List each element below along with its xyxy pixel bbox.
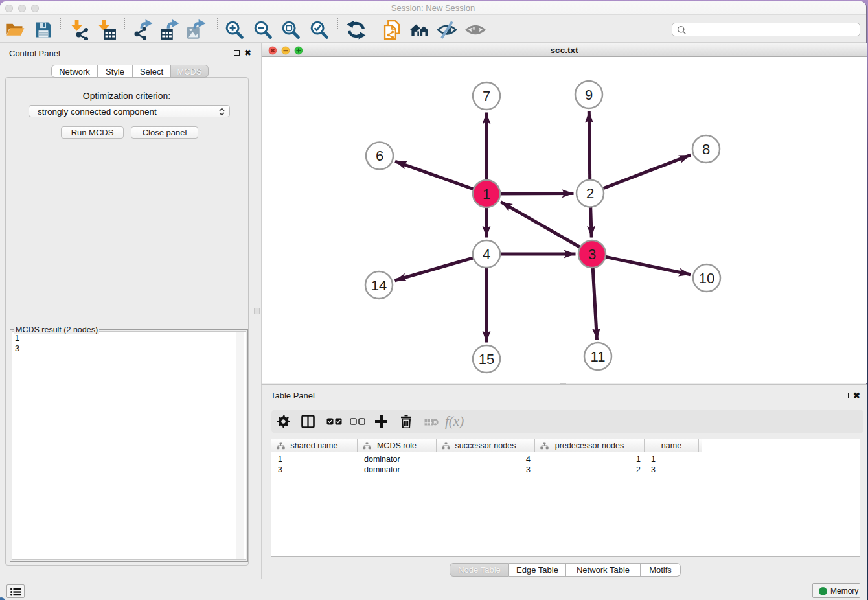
svg-text:8: 8 xyxy=(702,141,710,157)
svg-text:11: 11 xyxy=(591,349,606,365)
svg-text:1: 1 xyxy=(483,186,490,202)
svg-text:15: 15 xyxy=(479,351,494,367)
svg-text:2: 2 xyxy=(586,185,594,202)
svg-text:6: 6 xyxy=(376,148,383,164)
svg-text:7: 7 xyxy=(483,88,490,104)
svg-text:10: 10 xyxy=(699,270,714,286)
svg-text:4: 4 xyxy=(483,246,490,262)
svg-text:14: 14 xyxy=(371,277,387,294)
svg-text:9: 9 xyxy=(585,87,593,103)
svg-text:3: 3 xyxy=(588,246,596,262)
